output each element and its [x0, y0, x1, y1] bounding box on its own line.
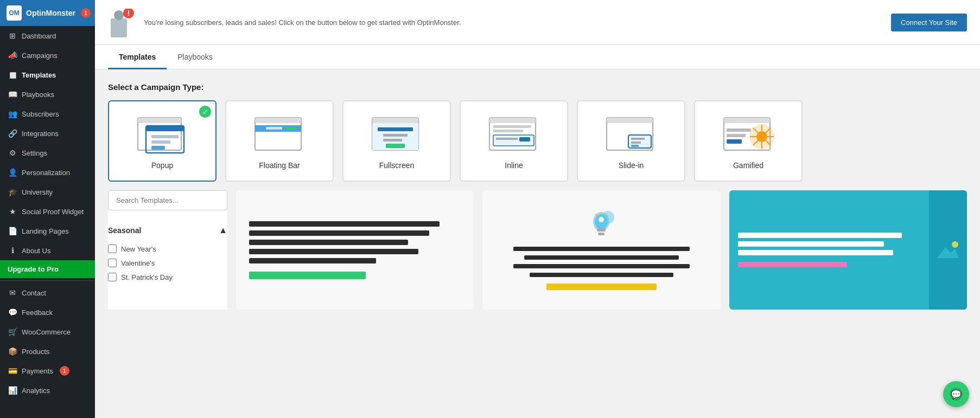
campaign-type-fullscreen[interactable]: Fullscreen — [342, 100, 451, 182]
sidebar-item-integrations[interactable]: 🔗 Integrations — [0, 124, 95, 143]
svg-point-58 — [952, 241, 958, 248]
campaign-type-floating-bar[interactable]: Floating Bar — [225, 100, 334, 182]
svg-rect-22 — [386, 144, 405, 148]
svg-rect-0 — [111, 18, 127, 37]
template-card-2[interactable] — [482, 190, 720, 310]
layout-icon: ▦ — [8, 70, 17, 80]
sidebar-item-subscribers[interactable]: 👥 Subscribers — [0, 104, 95, 124]
svg-rect-14 — [266, 127, 282, 130]
sidebar-item-analytics[interactable]: 📊 Analytics — [0, 381, 95, 400]
settings-icon: ⚙ — [8, 148, 17, 158]
filter-item-new-years[interactable]: New Year's — [108, 242, 227, 256]
seasonal-filter-title[interactable]: Seasonal ▲ — [108, 219, 227, 242]
filter-item-valentines[interactable]: Valentine's — [108, 256, 227, 270]
image-placeholder-icon — [934, 239, 962, 261]
svg-rect-7 — [146, 126, 184, 131]
sidebar-divider-1 — [0, 280, 95, 281]
inline-label: Inline — [505, 161, 523, 170]
svg-rect-8 — [151, 135, 179, 138]
sidebar-item-feedback[interactable]: 💬 Feedback — [0, 303, 95, 322]
svg-rect-25 — [493, 125, 531, 128]
fullscreen-label: Fullscreen — [379, 161, 415, 170]
sidebar-item-settings[interactable]: ⚙ Settings — [0, 143, 95, 163]
svg-text:💬: 💬 — [951, 389, 962, 400]
notice-icon: ! — [108, 9, 135, 36]
popup-icon — [135, 112, 189, 156]
person-icon: 👤 — [8, 168, 17, 177]
campaign-type-slide-in[interactable]: Slide-in — [577, 100, 685, 182]
inline-icon — [487, 112, 541, 156]
app-name: OptinMonster — [26, 9, 75, 17]
sidebar-item-upgrade[interactable]: Upgrade to Pro — [0, 260, 95, 278]
svg-rect-33 — [631, 138, 645, 140]
new-years-checkbox[interactable] — [108, 245, 117, 253]
tab-playbooks[interactable]: Playbooks — [167, 45, 224, 69]
campaign-type-gamified[interactable]: Gamified — [694, 100, 803, 182]
link-icon: 🔗 — [8, 128, 17, 138]
connect-site-button[interactable]: Connect Your Site — [891, 14, 967, 31]
floating-bar-label: Floating Bar — [259, 161, 300, 170]
fullscreen-icon — [370, 112, 424, 156]
campaign-types-list: ✓ Popup — [108, 100, 967, 182]
search-templates-input[interactable] — [108, 190, 227, 210]
sidebar-item-social-proof[interactable]: ★ Social Proof Widget — [0, 202, 95, 221]
svg-rect-21 — [383, 139, 402, 142]
tabs-bar: Templates Playbooks — [95, 45, 980, 69]
box-icon: 📦 — [8, 346, 17, 356]
svg-rect-45 — [727, 134, 746, 137]
gamified-icon — [721, 112, 775, 156]
chevron-up-icon: ▲ — [219, 226, 227, 235]
svg-rect-9 — [151, 140, 170, 144]
lightbulb-icon — [585, 210, 618, 242]
sidebar-header: OM OptinMonster 1 — [0, 0, 95, 26]
valentines-checkbox[interactable] — [108, 259, 117, 267]
tab-templates[interactable]: Templates — [108, 45, 167, 69]
grid-icon: ⊞ — [8, 31, 17, 41]
campaign-type-popup[interactable]: ✓ Popup — [108, 100, 217, 182]
sidebar: OM OptinMonster 1 ⊞ Dashboard 📣 Campaign… — [0, 0, 95, 418]
bottom-section: Seasonal ▲ New Year's Valentine's — [95, 190, 980, 323]
svg-rect-31 — [607, 118, 653, 123]
sidebar-item-products[interactable]: 📦 Products — [0, 342, 95, 361]
campaign-type-inline[interactable]: Inline — [460, 100, 568, 182]
sidebar-item-about-us[interactable]: ℹ About Us — [0, 241, 95, 260]
template-card-1[interactable] — [236, 190, 474, 310]
sidebar-item-templates[interactable]: ▦ Templates — [0, 65, 95, 85]
info-icon: ℹ — [8, 246, 17, 255]
mail-icon: ✉ — [8, 288, 17, 298]
sidebar-item-woocommerce[interactable]: 🛒 WooCommerce — [0, 322, 95, 342]
sidebar-item-contact[interactable]: ✉ Contact — [0, 283, 95, 303]
chat-bubble-icon: 💬 — [949, 387, 964, 402]
notice-bar: ! You're losing subscribers, leads and s… — [95, 0, 980, 45]
svg-rect-12 — [255, 118, 301, 123]
filter-item-st-patricks[interactable]: St. Patrick's Day — [108, 270, 227, 284]
sidebar-item-campaigns[interactable]: 📣 Campaigns — [0, 46, 95, 65]
seasonal-filter-section: Seasonal ▲ New Year's Valentine's — [108, 219, 227, 288]
sidebar-item-dashboard[interactable]: ⊞ Dashboard — [0, 26, 95, 46]
star-icon: ★ — [8, 207, 17, 216]
st-patricks-checkbox[interactable] — [108, 273, 117, 281]
app-notification-badge: 1 — [81, 8, 91, 18]
sidebar-item-personalization[interactable]: 👤 Personalization — [0, 163, 95, 182]
notice-text: You're losing subscribers, leads and sal… — [144, 18, 882, 27]
filter-panel: Seasonal ▲ New Year's Valentine's — [108, 190, 227, 310]
sidebar-item-playbooks[interactable]: 📖 Playbooks — [0, 85, 95, 104]
chat-bubble[interactable]: 💬 — [943, 381, 969, 407]
svg-point-1 — [114, 10, 124, 20]
main-content: ! You're losing subscribers, leads and s… — [95, 0, 980, 418]
svg-text:!: ! — [128, 9, 130, 17]
template-card-3[interactable] — [729, 190, 967, 310]
megaphone-icon: 📣 — [8, 50, 17, 60]
svg-rect-29 — [519, 137, 530, 142]
sidebar-item-university[interactable]: 🎓 University — [0, 182, 95, 202]
svg-rect-19 — [378, 127, 413, 131]
svg-rect-24 — [489, 118, 536, 123]
graduation-icon: 🎓 — [8, 187, 17, 197]
gamified-label: Gamified — [733, 161, 763, 170]
svg-rect-10 — [151, 146, 165, 150]
campaign-section-title: Select a Campaign Type: — [108, 82, 967, 92]
sidebar-item-landing-pages[interactable]: 📄 Landing Pages — [0, 221, 95, 241]
users-icon: 👥 — [8, 109, 17, 119]
templates-grid — [227, 190, 967, 310]
sidebar-item-payments[interactable]: 💳 Payments 1 — [0, 361, 95, 381]
